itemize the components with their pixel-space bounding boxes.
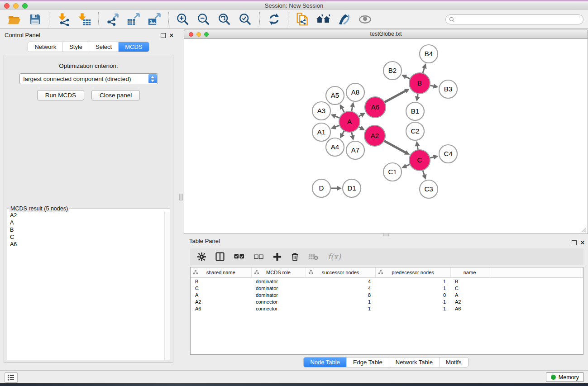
column-header-MCDS-role[interactable]: MCDS role [251, 267, 306, 278]
open-session-button[interactable] [7, 12, 21, 27]
table-cell[interactable]: 8 [306, 291, 375, 298]
table-row[interactable]: A2connector11A2 [191, 298, 583, 305]
graph-edge-arrowhead [422, 174, 426, 180]
memory-button[interactable]: Memory [546, 372, 584, 382]
horizontal-splitter-handle[interactable] [383, 233, 389, 236]
deselect-all-button[interactable] [254, 254, 263, 259]
columns-icon [215, 252, 225, 261]
zoom-in-button[interactable] [176, 12, 190, 27]
table-cell[interactable]: C [191, 285, 251, 291]
task-history-button[interactable] [5, 372, 18, 383]
tab-network[interactable]: Network [28, 42, 62, 52]
close-panel-icon[interactable]: × [170, 33, 173, 38]
zoom-selected-button[interactable] [238, 12, 253, 27]
tab-network-table[interactable]: Network Table [389, 357, 439, 367]
list-item[interactable]: A2 [7, 212, 170, 219]
select-columns-button[interactable] [215, 252, 225, 261]
table-cell[interactable]: 4 [306, 285, 375, 291]
table-cell[interactable]: A6 [450, 305, 489, 312]
tab-motifs[interactable]: Motifs [439, 357, 468, 367]
import-table-button[interactable] [77, 12, 91, 27]
column-header-shared-name[interactable]: shared name [191, 267, 251, 278]
close-panel-button[interactable]: Close panel [91, 90, 140, 100]
network-window-titlebar[interactable]: testGlobe.txt [184, 29, 588, 39]
table-row[interactable]: Adominator80A [191, 291, 583, 298]
list-item[interactable]: C [7, 234, 170, 241]
network-graph[interactable]: AA6A2BCA5A8A3A1A4A7B2B4B3B1C2C4C1C3DD1 [184, 39, 588, 233]
graph-edge-B-B4[interactable] [422, 67, 424, 74]
table-cell[interactable]: A [191, 291, 251, 298]
list-item[interactable]: B [7, 226, 170, 234]
select-all-button[interactable] [234, 254, 244, 259]
close-table-panel-icon[interactable]: × [581, 241, 584, 245]
column-header-name[interactable]: name [450, 267, 489, 278]
table-cell[interactable]: 1 [375, 305, 450, 312]
export-network-button[interactable] [105, 12, 120, 27]
resize-grip-icon[interactable] [580, 226, 587, 233]
table-cell[interactable]: connector [251, 298, 306, 305]
table-cell[interactable]: A6 [191, 305, 251, 312]
toggle-view-button[interactable] [358, 12, 372, 27]
table-cell[interactable]: B [191, 278, 251, 285]
zoom-fit-icon [218, 13, 231, 26]
tab-select[interactable]: Select [89, 42, 118, 52]
table-cell[interactable]: A [450, 291, 489, 298]
export-image-button[interactable] [147, 12, 162, 27]
table-cell[interactable]: B [450, 278, 489, 285]
tab-mcds[interactable]: MCDS [118, 42, 148, 52]
memory-status-icon [551, 375, 556, 380]
network-canvas[interactable]: AA6A2BCA5A8A3A1A4A7B2B4B3B1C2C4C1C3DD1 [184, 39, 588, 234]
table-cell[interactable]: 1 [306, 305, 375, 312]
delete-column-button[interactable] [291, 252, 299, 261]
table-cell[interactable]: 1 [375, 298, 450, 305]
column-header-predecessor-nodes[interactable]: predecessor nodes [375, 267, 450, 278]
table-cell[interactable]: dominator [251, 291, 306, 298]
table-cell[interactable]: 1 [306, 298, 375, 305]
table-cell[interactable]: 1 [375, 278, 450, 285]
float-table-panel-icon[interactable] [572, 240, 577, 245]
save-session-button[interactable] [28, 12, 42, 27]
list-item[interactable]: A6 [7, 241, 170, 248]
export-table-button[interactable] [126, 12, 141, 27]
refresh-button[interactable] [267, 12, 281, 27]
list-item[interactable]: A [7, 219, 170, 226]
vertical-splitter-handle[interactable] [179, 194, 183, 200]
graph-edge-A6-B[interactable] [384, 91, 406, 102]
table-cell[interactable]: 0 [375, 291, 450, 298]
table-cell[interactable]: A2 [450, 298, 489, 305]
node-table[interactable]: shared nameMCDS rolesuccessor nodesprede… [190, 267, 583, 355]
tab-style[interactable]: Style [62, 42, 89, 52]
tab-edge-table[interactable]: Edge Table [346, 357, 389, 367]
tab-node-table[interactable]: Node Table [304, 357, 346, 367]
column-header-successor-nodes[interactable]: successor nodes [306, 267, 375, 278]
table-settings-button[interactable] [197, 253, 206, 261]
criterion-select[interactable]: largest connected component (directed) [19, 73, 158, 84]
import-network-button[interactable] [56, 12, 71, 27]
list-scrollbar[interactable] [164, 212, 170, 360]
mcds-result-list[interactable]: A2ABCA6 [7, 212, 170, 360]
graph-node-label: A1 [317, 128, 325, 136]
float-panel-icon[interactable] [161, 33, 166, 38]
table-row[interactable]: A6connector11A6 [191, 305, 583, 312]
new-network-from-selection-button[interactable] [295, 12, 310, 27]
graph-node-label: C3 [424, 185, 433, 193]
zoom-fit-button[interactable] [217, 12, 232, 27]
graph-edge-A2-C[interactable] [383, 141, 406, 153]
table-row[interactable]: Cdominator41C [191, 285, 583, 291]
table-cell[interactable]: dominator [251, 278, 306, 285]
table-cell[interactable]: 1 [375, 285, 450, 291]
search-input[interactable] [457, 16, 583, 23]
table-row[interactable]: Bdominator41B [191, 278, 583, 285]
home-panels-button[interactable] [316, 12, 330, 27]
hide-labels-button[interactable] [337, 12, 351, 27]
zoom-out-button[interactable] [196, 12, 211, 27]
table-cell[interactable]: 4 [306, 278, 375, 285]
table-cell[interactable]: C [450, 285, 489, 291]
run-mcds-button[interactable]: Run MCDS [37, 90, 84, 100]
graph-edge-C-C3[interactable] [423, 170, 425, 176]
table-cell[interactable]: A2 [191, 298, 251, 305]
table-cell[interactable]: connector [251, 305, 306, 312]
add-column-button[interactable] [273, 253, 282, 261]
table-cell[interactable]: dominator [251, 285, 306, 291]
search-field[interactable] [445, 14, 583, 24]
